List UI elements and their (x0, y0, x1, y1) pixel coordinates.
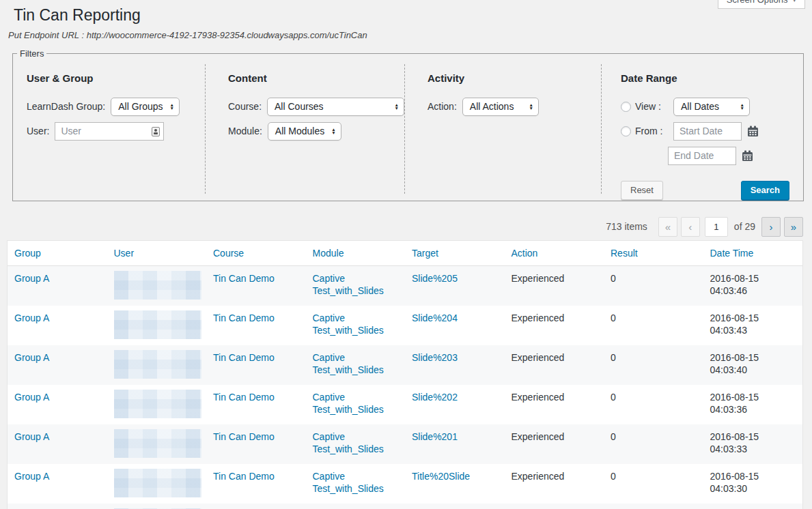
report-table-container: Group User Course Module Target Action R… (7, 240, 803, 509)
datetime-cell: 2016-08-15 04:03:25 (703, 504, 803, 509)
group-link[interactable]: Group A (14, 312, 49, 323)
module-select[interactable]: All Modules ▲▼ (268, 122, 341, 141)
reset-button[interactable]: Reset (621, 181, 663, 200)
first-page-button[interactable]: « (658, 217, 677, 237)
result-cell: 0 (604, 464, 703, 504)
user-group-section: User & Group LearnDash Group: All Groups… (13, 64, 206, 194)
action-select[interactable]: All Actions ▲▼ (462, 98, 539, 116)
target-link[interactable]: Slide%201 (412, 431, 458, 442)
autocomplete-contact-icon[interactable] (152, 127, 160, 136)
target-link[interactable]: Slide%203 (412, 352, 458, 363)
column-header-result[interactable]: Result (604, 241, 703, 266)
module-link[interactable]: Captive Test_with_Slides (313, 392, 384, 415)
start-date-calendar-icon[interactable] (747, 126, 759, 137)
filters-legend: Filters (17, 48, 46, 59)
last-page-button[interactable]: » (784, 217, 803, 237)
learndash-group-select[interactable]: All Groups ▲▼ (111, 98, 180, 116)
next-page-button[interactable]: › (761, 217, 781, 237)
datetime-cell: 2016-08-15 04:03:36 (703, 385, 803, 424)
result-cell: 0 (604, 424, 703, 464)
table-row: Group A Tin Can Demo Captive Test_with_S… (8, 424, 802, 464)
table-row: Group A Tin Can Demo Captive Test_with_S… (8, 345, 802, 385)
action-cell: Attempted (505, 504, 604, 509)
course-link[interactable]: Tin Can Demo (213, 312, 275, 323)
result-cell: 0 (604, 385, 703, 424)
module-link[interactable]: Captive Test_with_Slides (313, 352, 384, 375)
user-group-heading: User & Group (27, 72, 205, 84)
course-link[interactable]: Tin Can Demo (213, 471, 275, 482)
module-link[interactable]: Captive Test_with_Slides (313, 312, 384, 336)
target-link[interactable]: Title%20Slide (412, 471, 470, 482)
table-row: Group A Tin Can Demo Captive Test_with_S… (8, 265, 802, 306)
user-label: User: (27, 126, 49, 136)
datetime-cell: 2016-08-15 04:03:43 (703, 306, 803, 345)
from-radio[interactable] (621, 126, 631, 136)
column-header-user[interactable]: User (107, 241, 207, 266)
report-table: Group User Course Module Target Action R… (8, 241, 802, 509)
date-range-section: Date Range View : All Dates ▲▼ From : (602, 64, 803, 194)
select-arrows-icon: ▲▼ (331, 128, 335, 134)
result-cell: 0 (604, 306, 703, 345)
user-input[interactable] (55, 122, 164, 141)
date-range-heading: Date Range (621, 72, 789, 84)
table-row: Group A Tin Can Demo Captive Test_with_S… (8, 385, 802, 424)
page-title: Tin Can Reporting (14, 5, 812, 26)
course-link[interactable]: Tin Can Demo (213, 352, 275, 363)
target-link[interactable]: Slide%204 (412, 312, 458, 323)
group-link[interactable]: Group A (14, 431, 49, 442)
column-header-course[interactable]: Course (206, 241, 306, 266)
action-cell: Experienced (505, 265, 604, 306)
start-date-input[interactable] (673, 122, 742, 141)
datetime-cell: 2016-08-15 04:03:40 (703, 345, 803, 385)
select-arrows-icon: ▲▼ (170, 103, 174, 110)
pagination: 713 items « ‹ of 29 › » (0, 217, 803, 237)
module-label: Module: (228, 126, 262, 136)
user-redacted-blur (114, 469, 201, 497)
course-link[interactable]: Tin Can Demo (213, 431, 275, 442)
column-header-action[interactable]: Action (505, 241, 604, 266)
module-link[interactable]: Captive Test_with_Slides (313, 431, 384, 454)
course-link[interactable]: Tin Can Demo (213, 392, 275, 403)
previous-page-button[interactable]: ‹ (681, 217, 700, 237)
filters-fieldset: Filters User & Group LearnDash Group: Al… (12, 48, 804, 201)
content-section: Content Course: All Courses ▲▼ Module: A… (206, 64, 405, 194)
course-select[interactable]: All Courses ▲▼ (267, 98, 404, 116)
group-link[interactable]: Group A (14, 471, 49, 482)
column-header-target[interactable]: Target (405, 241, 505, 266)
table-row: Group A Tin Can Demo Captive Test_with_S… (8, 306, 802, 345)
column-header-datetime[interactable]: Date Time (703, 241, 803, 266)
select-arrows-icon: ▲▼ (529, 103, 533, 110)
datetime-cell: 2016-08-15 04:03:30 (703, 464, 803, 504)
end-date-input[interactable] (668, 147, 736, 165)
module-link[interactable]: Captive Test_with_Slides (313, 273, 384, 296)
user-redacted-blur (114, 350, 201, 379)
action-cell: Experienced (505, 385, 604, 424)
group-link[interactable]: Group A (14, 352, 49, 363)
course-label: Course: (228, 101, 262, 112)
column-header-module[interactable]: Module (306, 241, 406, 266)
target-link[interactable]: Slide%205 (412, 273, 458, 284)
result-cell: 0 (604, 345, 703, 385)
from-label: From : (635, 126, 668, 136)
search-button[interactable]: Search (741, 181, 789, 200)
content-heading: Content (228, 72, 404, 84)
target-link[interactable]: Slide%202 (412, 392, 458, 403)
current-page-input[interactable] (705, 217, 728, 237)
user-redacted-blur (114, 390, 201, 418)
module-link[interactable]: Captive Test_with_Slides (313, 471, 384, 494)
column-header-group[interactable]: Group (8, 241, 107, 266)
user-redacted-blur (114, 429, 201, 458)
action-cell: Experienced (505, 306, 604, 345)
group-link[interactable]: Group A (14, 273, 49, 284)
datetime-cell: 2016-08-15 04:03:33 (703, 424, 803, 464)
table-row: Group A Tin Can Demo Captive Test_with_S… (8, 464, 802, 504)
action-cell: Experienced (505, 464, 604, 504)
learndash-group-label: LearnDash Group: (27, 101, 105, 112)
view-dates-select[interactable]: All Dates ▲▼ (673, 98, 750, 116)
group-link[interactable]: Group A (14, 392, 49, 403)
course-link[interactable]: Tin Can Demo (213, 273, 275, 284)
end-date-calendar-icon[interactable] (742, 150, 753, 162)
view-radio[interactable] (621, 102, 631, 112)
table-row: Group A Tin Can Demo Captive Test_with_S… (8, 504, 802, 509)
screen-options-button[interactable]: Screen Options ▾ (718, 0, 805, 9)
